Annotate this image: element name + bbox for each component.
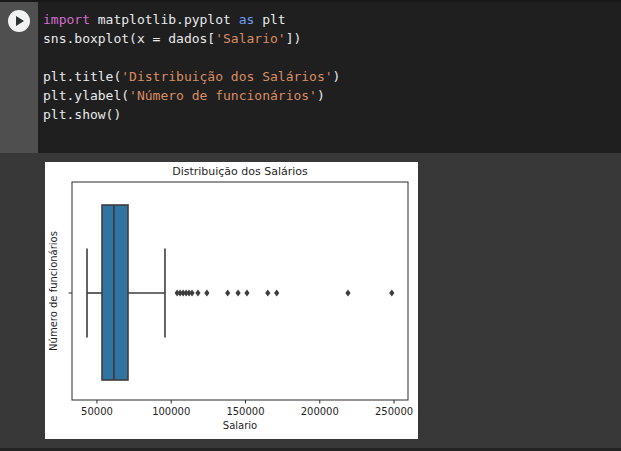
code-token-plain: ]) (286, 31, 302, 46)
code-token-plain: plt.title( (43, 69, 121, 84)
code-token-plain: plt.ylabel( (43, 88, 129, 103)
x-tick-label: 100000 (152, 406, 190, 417)
run-cell-button[interactable] (8, 10, 30, 32)
code-token-plain: ) (317, 88, 325, 103)
notebook-screen: import matplotlib.pyplot as pltsns.boxpl… (0, 0, 621, 451)
x-tick-label: 250000 (375, 406, 413, 417)
code-token-keyword_as: as (239, 12, 255, 27)
code-line: plt.title('Distribuição dos Salários') (43, 67, 617, 86)
outlier-point (244, 289, 249, 296)
code-token-string: 'Distribuição dos Salários' (121, 69, 332, 84)
outlier-point (265, 289, 270, 296)
code-token-plain: plt (254, 12, 285, 27)
outlier-point (345, 289, 350, 296)
outlier-point (225, 289, 230, 296)
x-tick-label: 150000 (226, 406, 264, 417)
chart-title: Distribuição dos Salários (172, 165, 308, 178)
code-line: sns.boxplot(x = dados['Salario']) (43, 29, 617, 48)
outlier-point (195, 289, 200, 296)
code-token-plain: ) (333, 69, 341, 84)
x-axis-label: Salario (223, 420, 257, 431)
outlier-point (204, 289, 209, 296)
code-area[interactable]: import matplotlib.pyplot as pltsns.boxpl… (43, 10, 617, 124)
code-token-plain: plt.show() (43, 107, 121, 122)
boxplot-figure: Distribuição dos Salários500001000001500… (45, 162, 418, 439)
cell-output-area: Distribuição dos Salários500001000001500… (0, 153, 621, 451)
boxplot-svg: Distribuição dos Salários500001000001500… (45, 162, 418, 439)
code-token-plain: matplotlib.pyplot (90, 12, 239, 27)
x-tick-label: 200000 (301, 406, 339, 417)
code-cell: import matplotlib.pyplot as pltsns.boxpl… (0, 0, 621, 153)
code-line: plt.show() (43, 105, 617, 124)
iqr-box (102, 205, 128, 380)
cell-top-border (0, 0, 621, 2)
play-icon (16, 16, 24, 26)
outlier-point (274, 289, 279, 296)
x-tick-label: 50000 (81, 406, 113, 417)
code-line: import matplotlib.pyplot as plt (43, 10, 617, 29)
code-token-keyword_import: import (43, 12, 90, 27)
outlier-point (189, 289, 194, 296)
code-token-string: 'Número de funcionários' (129, 88, 317, 103)
outlier-point (389, 289, 394, 296)
code-token-string: 'Salario' (215, 31, 285, 46)
code-token-plain: sns.boxplot(x = dados[ (43, 31, 215, 46)
y-axis-label: Número de funcionários (48, 231, 59, 351)
outlier-point (235, 289, 240, 296)
code-line: plt.ylabel('Número de funcionários') (43, 86, 617, 105)
cell-gutter (0, 2, 38, 153)
code-line (43, 48, 617, 67)
